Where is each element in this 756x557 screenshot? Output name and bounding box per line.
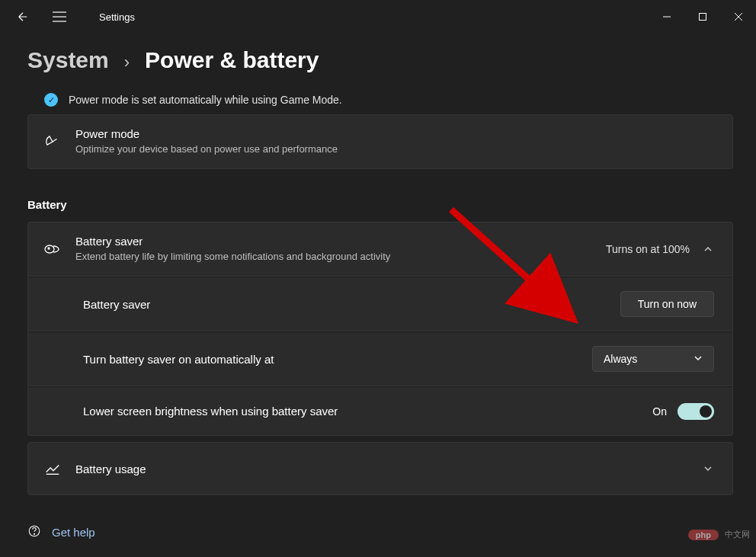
battery-saver-title: Battery saver [75,235,592,248]
help-icon [27,524,41,540]
related-links: Get help [27,524,733,540]
auto-threshold-label: Turn battery saver on automatically at [83,353,578,366]
battery-saver-icon [43,242,62,257]
auto-threshold-dropdown[interactable]: Always [592,346,714,372]
page-content: System › Power & battery ✓ Power mode is… [0,47,756,540]
lower-brightness-state: On [652,405,667,418]
breadcrumb-current: Power & battery [145,47,319,73]
battery-saver-status-text: Turns on at 100% [606,243,690,255]
titlebar-left: Settings [15,9,135,24]
lower-brightness-label: Lower screen brightness when using batte… [83,405,639,418]
lower-brightness-toggle[interactable] [678,403,714,420]
chevron-down-icon[interactable] [702,464,714,473]
notice-text: Power mode is set automatically while us… [69,94,342,106]
battery-saver-group: Battery saver Extend battery life by lim… [27,222,733,436]
menu-button[interactable] [52,9,67,24]
breadcrumb: System › Power & battery [27,47,733,73]
power-mode-card[interactable]: Power mode Optimize your device based on… [27,114,733,169]
get-help-link[interactable]: Get help [52,526,95,539]
turn-on-now-button[interactable]: Turn on now [620,291,714,317]
svg-line-7 [53,139,57,142]
close-button[interactable] [720,5,756,29]
battery-section-heading: Battery [27,198,733,211]
watermark-text: 中文网 [725,529,750,540]
titlebar: Settings [0,0,756,34]
battery-saver-header-card[interactable]: Battery saver Extend battery life by lim… [27,222,733,277]
svg-point-12 [34,534,34,535]
watermark-logo: php [688,530,719,540]
chevron-right-icon: › [124,53,130,72]
svg-point-9 [48,248,50,249]
app-title: Settings [99,11,135,23]
minimize-button[interactable] [649,5,684,29]
battery-usage-title: Battery usage [75,463,688,475]
lower-brightness-row: Lower screen brightness when using batte… [27,386,733,436]
chevron-up-icon[interactable] [702,245,714,254]
info-icon: ✓ [44,93,58,107]
svg-rect-4 [699,14,706,21]
watermark: php 中文网 [688,529,750,540]
battery-saver-subtitle: Extend battery life by limiting some not… [75,250,592,264]
power-mode-title: Power mode [75,127,714,140]
power-mode-icon [43,133,62,150]
maximize-button[interactable] [684,5,720,29]
game-mode-notice: ✓ Power mode is set automatically while … [27,90,733,114]
window-controls [649,5,756,29]
auto-threshold-value: Always [604,353,637,365]
toggle-thumb [700,405,712,418]
breadcrumb-parent[interactable]: System [27,47,109,73]
battery-saver-row-label: Battery saver [83,298,607,311]
battery-saver-auto-row: Turn battery saver on automatically at A… [27,331,733,386]
back-button[interactable] [15,9,30,24]
battery-usage-card[interactable]: Battery usage [27,442,733,495]
power-mode-subtitle: Optimize your device based on power use … [75,142,714,156]
chevron-down-icon [694,353,703,365]
battery-usage-icon [43,460,62,477]
battery-saver-toggle-row: Battery saver Turn on now [27,277,733,331]
